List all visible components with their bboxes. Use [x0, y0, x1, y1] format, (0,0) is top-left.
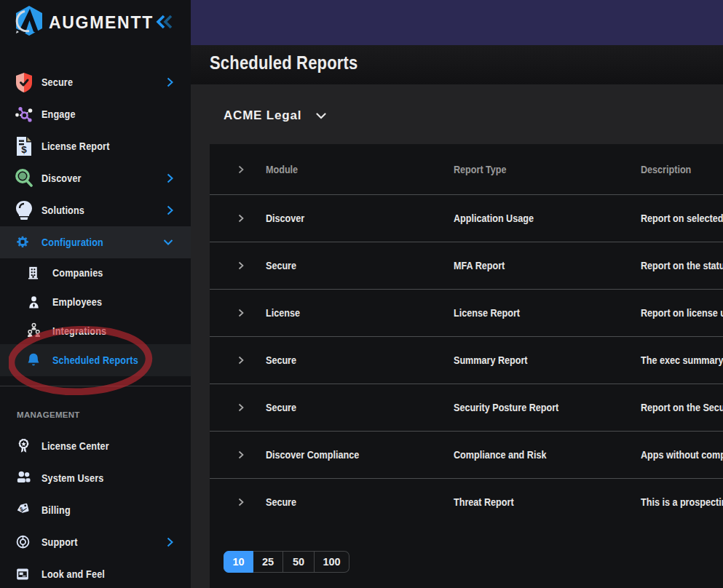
svg-text:AUGMENTT: AUGMENTT	[49, 13, 154, 32]
svg-text:$: $	[21, 144, 27, 155]
